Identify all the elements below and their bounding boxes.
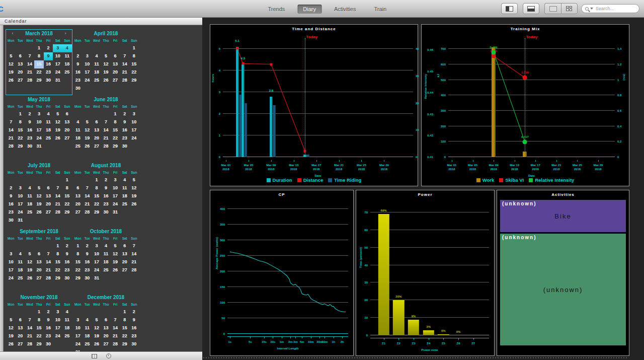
calendar-day[interactable]: 9	[6, 192, 16, 200]
calendar-day[interactable]: 3	[53, 308, 62, 316]
calendar-day[interactable]: 5	[111, 242, 120, 250]
calendar-day[interactable]: 30	[44, 77, 53, 85]
calendar-day[interactable]: 14	[111, 324, 120, 332]
calendar-day[interactable]: 17	[111, 192, 120, 200]
calendar-day[interactable]: 2	[129, 308, 139, 316]
calendar-day[interactable]: 17	[53, 60, 62, 68]
calendar-day[interactable]: 19	[6, 332, 16, 340]
calendar-day[interactable]: 22	[73, 266, 83, 274]
calendar-day[interactable]: 14	[44, 258, 53, 266]
calendar-day[interactable]: 9	[25, 118, 35, 126]
calendar-day[interactable]: 15	[53, 258, 62, 266]
calendar-day[interactable]: 22	[53, 266, 62, 274]
calendar-day[interactable]: 23	[83, 266, 92, 274]
calendar-day[interactable]: 31	[92, 274, 102, 282]
calendar-day[interactable]: 20	[73, 200, 83, 208]
calendar-day[interactable]: 15	[92, 192, 102, 200]
calendar-day[interactable]: 11	[44, 118, 53, 126]
calendar-day[interactable]: 16	[83, 258, 92, 266]
calendar-day[interactable]: 10	[53, 316, 62, 324]
calendar-day[interactable]: 23	[25, 134, 35, 142]
calendar-day[interactable]: 27	[62, 134, 72, 142]
calendar-day[interactable]: 17	[83, 68, 92, 77]
calendar-day[interactable]: 12	[53, 118, 62, 126]
calendar-day[interactable]: 2	[44, 44, 53, 52]
calendar-day[interactable]: 17	[129, 126, 139, 134]
calendar-day[interactable]: 25	[25, 208, 35, 217]
calendar-day[interactable]: 18	[101, 258, 111, 266]
calendar-day[interactable]: 26	[129, 200, 139, 208]
calendar-day[interactable]: 22	[129, 68, 139, 77]
prev-month-arrow[interactable]: ‹	[10, 30, 16, 37]
calendar-day[interactable]: 1	[120, 308, 129, 316]
calendar-day[interactable]: 26	[6, 77, 16, 85]
calendar-day[interactable]: 18	[25, 200, 35, 208]
calendar-day[interactable]: 11	[92, 60, 102, 68]
calendar-day[interactable]: 24	[83, 77, 92, 85]
calendar-day[interactable]: 29	[16, 142, 25, 151]
calendar-day[interactable]: 22	[62, 200, 72, 208]
calendar-day[interactable]: 2	[62, 242, 72, 250]
calendar-day[interactable]: 30	[83, 274, 92, 282]
calendar-day[interactable]: 24	[111, 200, 120, 208]
calendar-day[interactable]: 31	[53, 77, 62, 85]
tab-trends[interactable]: Trends	[263, 5, 291, 14]
calendar-day[interactable]: 15	[120, 324, 129, 332]
calendar-day[interactable]: 12	[34, 192, 44, 200]
calendar-day[interactable]: 7	[6, 118, 16, 126]
calendar-day[interactable]: 22	[34, 68, 44, 77]
calendar-day[interactable]: 13	[44, 192, 53, 200]
calendar-day[interactable]: 26	[92, 340, 102, 348]
calendar-day[interactable]: 22	[120, 332, 129, 340]
calendar-day[interactable]: 19	[92, 332, 102, 340]
calendar-day[interactable]: 9	[120, 118, 129, 126]
calendar-day[interactable]: 1	[129, 44, 139, 52]
calendar-day[interactable]: 7	[44, 250, 53, 258]
calendar-day[interactable]: 15	[62, 192, 72, 200]
calendar-day[interactable]: 4	[16, 250, 25, 258]
sidebar-toggle-button[interactable]	[501, 3, 518, 14]
calendar-day[interactable]: 10	[34, 118, 44, 126]
calendar-day[interactable]: 11	[25, 192, 35, 200]
calendar-day[interactable]: 4	[62, 44, 72, 52]
calendar-day[interactable]: 15	[111, 126, 120, 134]
calendar-day[interactable]: 14	[129, 250, 139, 258]
calendar-day[interactable]: 14	[25, 324, 35, 332]
calendar-day[interactable]: 21	[44, 266, 53, 274]
calendar-day[interactable]: 6	[62, 110, 72, 118]
calendar-day[interactable]: 23	[62, 266, 72, 274]
tiled-layout-button[interactable]	[561, 3, 578, 14]
calendar-day[interactable]: 5	[25, 250, 35, 258]
calendar-day[interactable]: 10	[129, 118, 139, 126]
calendar-day[interactable]: 23	[129, 332, 139, 340]
calendar-day[interactable]: 8	[120, 316, 129, 324]
calendar-day[interactable]: 2	[25, 110, 35, 118]
calendar-day[interactable]: 7	[83, 184, 92, 192]
calendar-day[interactable]: 6	[16, 52, 25, 60]
calendar-day[interactable]: 6	[111, 52, 120, 60]
calendar-day[interactable]: 28	[120, 77, 129, 85]
calendar-day[interactable]: 6	[16, 316, 25, 324]
calendar-day[interactable]: 3	[34, 110, 44, 118]
calendar-day[interactable]: 24	[129, 134, 139, 142]
calendar-day[interactable]: 27	[44, 208, 53, 217]
calendar-day[interactable]: 12	[129, 184, 139, 192]
calendar-day[interactable]: 28	[129, 266, 139, 274]
calendar-day[interactable]: 6	[73, 184, 83, 192]
calendar-day[interactable]: 1	[73, 242, 83, 250]
calendar-day[interactable]: 9	[73, 60, 83, 68]
calendar-day[interactable]: 29	[34, 340, 44, 348]
calendar-day[interactable]: 30	[25, 142, 35, 151]
calendar-day[interactable]: 10	[111, 184, 120, 192]
calendar-day[interactable]: 25	[83, 340, 92, 348]
calendar-day[interactable]: 17	[73, 332, 83, 340]
calendar-day[interactable]: 26	[34, 208, 44, 217]
calendar-day[interactable]: 24	[53, 68, 62, 77]
calendar-day[interactable]: 24	[73, 340, 83, 348]
calendar-day[interactable]: 21	[25, 68, 35, 77]
calendar-day[interactable]: 18	[62, 60, 72, 68]
calendar-day[interactable]: 3	[6, 250, 16, 258]
calendar-day[interactable]: 8	[73, 250, 83, 258]
calendar-day[interactable]: 30	[129, 340, 139, 348]
calendar-day[interactable]: 7	[111, 316, 120, 324]
